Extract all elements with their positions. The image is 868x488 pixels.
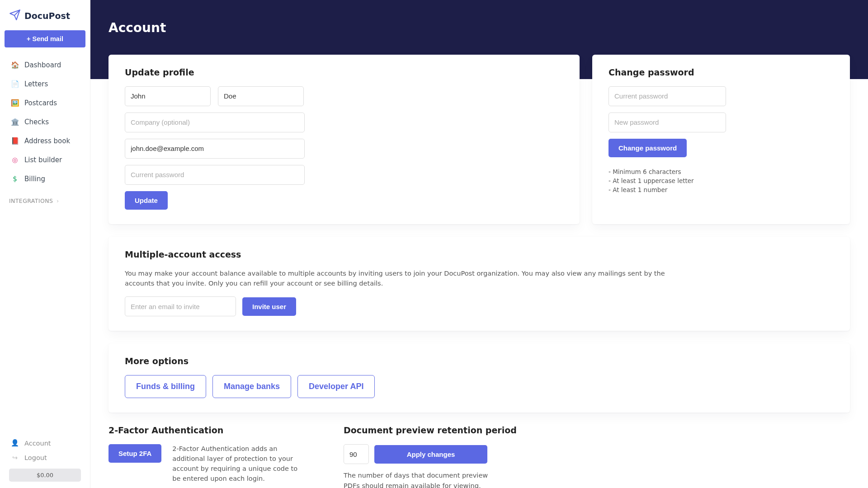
sidebar-item-dashboard[interactable]: 🏠 Dashboard <box>2 56 88 75</box>
company-field[interactable] <box>125 113 305 132</box>
sidebar-item-label: Letters <box>24 80 48 88</box>
password-rule: - At least 1 uppercase letter <box>609 176 834 185</box>
nav: 🏠 Dashboard 📄 Letters 🖼️ Postcards 🏛️ Ch… <box>0 56 90 188</box>
file-icon: 📄 <box>11 80 19 88</box>
sidebar-item-label: Checks <box>24 118 49 126</box>
sidebar-item-label: Address book <box>24 137 70 145</box>
sidebar-item-label: Account <box>24 440 51 447</box>
sidebar-bottom: 👤 Account ↪ Logout $0.00 <box>0 436 90 488</box>
password-rules: - Minimum 6 characters - At least 1 uppe… <box>609 167 834 195</box>
sidebar-item-account[interactable]: 👤 Account <box>2 436 88 450</box>
first-name-field[interactable] <box>125 86 211 106</box>
bottom-sections: 2-Factor Authentication Setup 2FA 2-Fact… <box>108 425 850 488</box>
home-icon: 🏠 <box>11 61 19 69</box>
user-icon: 👤 <box>11 439 19 447</box>
sidebar-item-list-builder[interactable]: ◎ List builder <box>2 150 88 169</box>
send-mail-button[interactable]: + Send mail <box>5 30 85 47</box>
sidebar-item-label: Postcards <box>24 99 57 107</box>
chevron-right-icon: › <box>57 198 59 204</box>
tfa-desc: 2-Factor Authentication adds an addition… <box>172 444 303 483</box>
invite-user-button[interactable]: Invite user <box>242 297 296 316</box>
apply-retention-button[interactable]: Apply changes <box>374 445 487 464</box>
retention-desc: The number of days that document preview… <box>344 470 497 488</box>
sidebar-item-postcards[interactable]: 🖼️ Postcards <box>2 94 88 113</box>
current-password-field[interactable] <box>609 86 726 106</box>
paper-plane-icon <box>9 9 21 22</box>
retention-title: Document preview retention period <box>344 425 570 435</box>
setup-2fa-button[interactable]: Setup 2FA <box>108 444 161 463</box>
multi-account-desc: You may make your account balance availa… <box>125 268 667 289</box>
sidebar-integrations[interactable]: INTEGRATIONS › <box>0 197 90 204</box>
sidebar-item-logout[interactable]: ↪ Logout <box>2 450 88 465</box>
sidebar-item-address-book[interactable]: 📕 Address book <box>2 131 88 150</box>
last-name-field[interactable] <box>218 86 304 106</box>
sidebar-item-label: List builder <box>24 156 62 164</box>
card-title: More options <box>125 356 834 366</box>
update-profile-button[interactable]: Update <box>125 191 168 210</box>
sidebar: DocuPost + Send mail 🏠 Dashboard 📄 Lette… <box>0 0 90 488</box>
new-password-field[interactable] <box>609 113 726 132</box>
update-profile-card: Update profile Update <box>108 55 580 224</box>
dollar-icon: $ <box>11 175 19 183</box>
developer-api-button[interactable]: Developer API <box>297 375 375 398</box>
card-title: Update profile <box>125 67 563 77</box>
sidebar-item-label: Billing <box>24 175 45 183</box>
tfa-title: 2-Factor Authentication <box>108 425 326 435</box>
password-rule: - Minimum 6 characters <box>609 167 834 176</box>
address-book-icon: 📕 <box>11 137 19 145</box>
image-icon: 🖼️ <box>11 99 19 107</box>
manage-banks-button[interactable]: Manage banks <box>212 375 291 398</box>
more-options-card: More options Funds & billing Manage bank… <box>108 343 850 413</box>
main: Account Update profile <box>90 0 868 488</box>
integrations-label: INTEGRATIONS <box>9 197 53 204</box>
logo[interactable]: DocuPost <box>0 0 90 30</box>
brand-name: DocuPost <box>24 11 70 21</box>
logout-icon: ↪ <box>11 454 19 461</box>
bank-icon: 🏛️ <box>11 118 19 126</box>
change-password-card: Change password Change password - Minimu… <box>592 55 850 224</box>
change-password-button[interactable]: Change password <box>609 139 687 157</box>
sidebar-item-label: Dashboard <box>24 61 61 69</box>
sidebar-item-letters[interactable]: 📄 Letters <box>2 75 88 94</box>
sidebar-item-label: Logout <box>24 454 47 461</box>
balance-pill[interactable]: $0.00 <box>9 469 81 482</box>
funds-billing-button[interactable]: Funds & billing <box>125 375 206 398</box>
profile-current-password-field[interactable] <box>125 165 305 185</box>
content: Update profile Update <box>90 44 868 488</box>
sidebar-item-billing[interactable]: $ Billing <box>2 169 88 188</box>
retention-days-field[interactable] <box>344 444 369 464</box>
page-title: Account <box>90 9 868 35</box>
invite-email-field[interactable] <box>125 296 236 316</box>
target-icon: ◎ <box>11 156 19 164</box>
card-title: Multiple-account access <box>125 249 834 259</box>
email-field[interactable] <box>125 139 305 159</box>
multi-account-card: Multiple-account access You may make you… <box>108 237 850 331</box>
sidebar-item-checks[interactable]: 🏛️ Checks <box>2 113 88 131</box>
card-title: Change password <box>609 67 834 77</box>
password-rule: - At least 1 number <box>609 185 834 194</box>
